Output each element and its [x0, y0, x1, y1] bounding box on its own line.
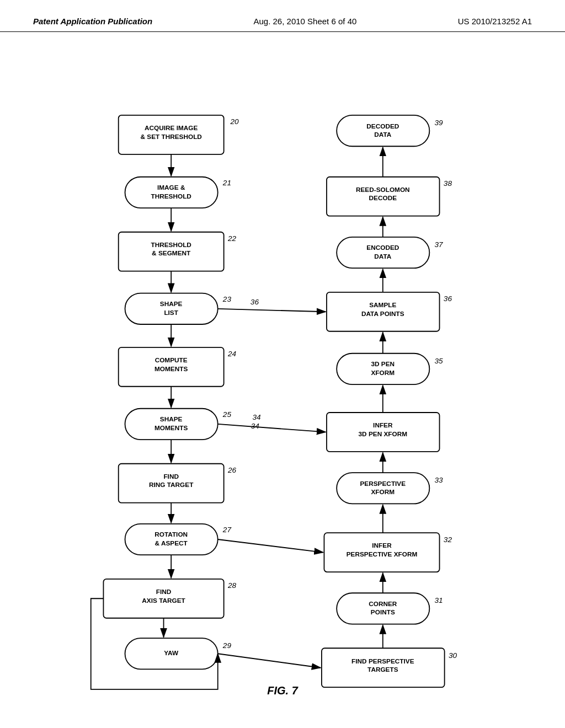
svg-text:CORNER: CORNER	[369, 600, 397, 608]
svg-line-99	[218, 539, 323, 553]
svg-text:SAMPLE: SAMPLE	[369, 301, 396, 309]
svg-text:REED-SOLOMON: REED-SOLOMON	[356, 186, 410, 194]
svg-text:34: 34	[251, 422, 260, 430]
svg-text:31: 31	[434, 596, 443, 604]
svg-text:MOMENTS: MOMENTS	[154, 365, 188, 373]
svg-text:28: 28	[227, 581, 237, 590]
svg-text:FIND: FIND	[156, 588, 172, 596]
svg-text:SHAPE: SHAPE	[160, 415, 183, 423]
svg-text:FIND: FIND	[163, 473, 179, 480]
svg-line-100	[218, 654, 321, 667]
svg-text:YAW: YAW	[164, 649, 179, 657]
svg-text:INFER: INFER	[372, 542, 392, 549]
publication-number: US 2010/213252 A1	[458, 17, 532, 26]
svg-text:23: 23	[222, 295, 232, 303]
svg-text:THRESHOLD: THRESHOLD	[151, 192, 191, 200]
publication-label: Patent Application Publication	[33, 17, 152, 26]
svg-text:3D PEN XFORM: 3D PEN XFORM	[359, 430, 408, 438]
svg-text:25: 25	[222, 410, 232, 419]
svg-text:LIST: LIST	[164, 309, 178, 317]
svg-text:37: 37	[434, 240, 443, 249]
svg-text:26: 26	[227, 466, 237, 474]
svg-text:& SEGMENT: & SEGMENT	[152, 249, 191, 257]
svg-text:THRESHOLD: THRESHOLD	[151, 241, 191, 249]
svg-text:36: 36	[444, 295, 452, 303]
svg-text:DECODED: DECODED	[366, 122, 399, 130]
publication-date: Aug. 26, 2010 Sheet 6 of 40	[254, 17, 357, 26]
svg-text:PERSPECTIVE: PERSPECTIVE	[360, 480, 406, 488]
svg-text:& SET THRESHOLD: & SET THRESHOLD	[140, 133, 202, 141]
svg-text:22: 22	[227, 234, 237, 243]
svg-text:21: 21	[222, 179, 231, 187]
svg-text:DATA POINTS: DATA POINTS	[361, 310, 404, 318]
svg-text:DATA: DATA	[374, 131, 391, 138]
svg-text:PERSPECTIVE XFORM: PERSPECTIVE XFORM	[347, 550, 418, 558]
svg-text:38: 38	[444, 179, 452, 188]
svg-text:TARGETS: TARGETS	[367, 666, 398, 673]
svg-text:ENCODED: ENCODED	[366, 244, 399, 251]
page-header: Patent Application Publication Aug. 26, …	[0, 0, 565, 32]
svg-text:RING TARGET: RING TARGET	[149, 481, 194, 489]
svg-text:32: 32	[444, 536, 452, 544]
svg-text:FIND PERSPECTIVE: FIND PERSPECTIVE	[351, 657, 414, 665]
svg-text:29: 29	[222, 641, 232, 650]
svg-text:24: 24	[227, 350, 237, 358]
svg-text:AXIS TARGET: AXIS TARGET	[142, 597, 185, 604]
svg-text:XFORM: XFORM	[371, 369, 395, 377]
svg-text:SHAPE: SHAPE	[160, 300, 183, 308]
diagram-container: ACQUIRE IMAGE & SET THRESHOLD 20 IMAGE &…	[0, 38, 565, 699]
svg-text:20: 20	[230, 117, 239, 126]
svg-text:36: 36	[250, 298, 259, 306]
svg-text:& ASPECT: & ASPECT	[155, 539, 188, 547]
svg-text:30: 30	[449, 651, 457, 660]
svg-text:33: 33	[434, 476, 443, 484]
flowchart-svg: ACQUIRE IMAGE & SET THRESHOLD 20 IMAGE &…	[0, 38, 565, 699]
figure-label: FIG. 7	[267, 684, 298, 697]
svg-text:35: 35	[434, 357, 443, 365]
svg-text:3D PEN: 3D PEN	[371, 360, 395, 368]
svg-text:DECODE: DECODE	[369, 194, 397, 202]
svg-text:COMPUTE: COMPUTE	[155, 356, 188, 364]
svg-text:INFER: INFER	[373, 421, 393, 429]
svg-text:IMAGE &: IMAGE &	[157, 184, 185, 191]
svg-text:ACQUIRE IMAGE: ACQUIRE IMAGE	[145, 124, 198, 132]
svg-text:39: 39	[434, 119, 443, 127]
svg-text:DATA: DATA	[374, 253, 391, 260]
svg-text:XFORM: XFORM	[371, 488, 395, 496]
svg-line-98	[218, 309, 326, 312]
svg-line-101	[218, 424, 326, 432]
svg-text:34: 34	[252, 413, 261, 421]
svg-text:POINTS: POINTS	[371, 608, 395, 616]
svg-text:ROTATION: ROTATION	[154, 531, 188, 538]
svg-text:27: 27	[222, 526, 232, 534]
svg-text:MOMENTS: MOMENTS	[154, 424, 188, 432]
